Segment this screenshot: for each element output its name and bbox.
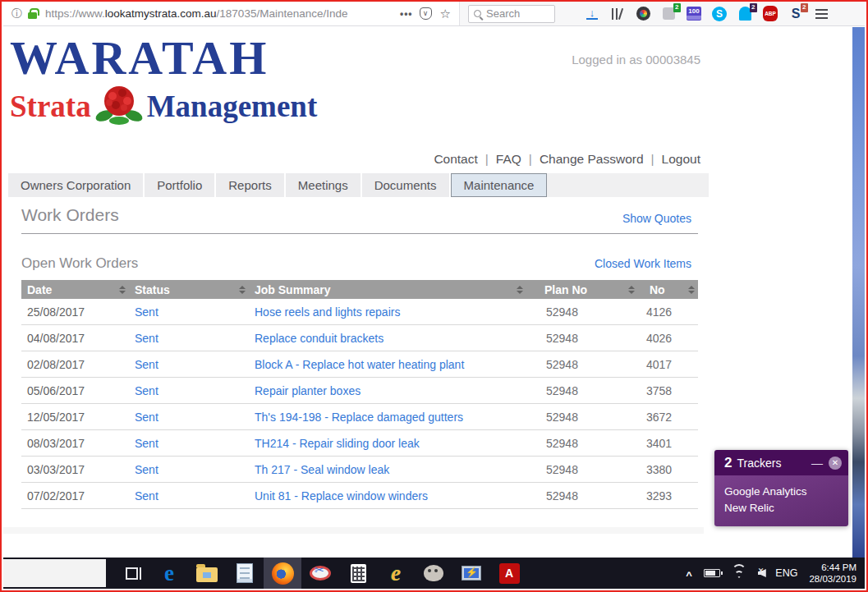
file-explorer-icon[interactable] bbox=[188, 558, 226, 589]
tracker-count: 2 bbox=[724, 455, 732, 471]
cell-plan-no: 52948 bbox=[526, 332, 638, 345]
bookmark-star-icon[interactable]: ☆ bbox=[440, 7, 451, 21]
menu-hamburger-icon[interactable] bbox=[814, 7, 829, 21]
cell-status-link[interactable]: Sent bbox=[129, 463, 249, 476]
language-indicator[interactable]: ENG bbox=[775, 567, 797, 579]
edge-taskbar-icon[interactable]: e bbox=[150, 558, 188, 589]
skype-extension-icon[interactable]: S bbox=[712, 7, 727, 21]
taskbar-clock[interactable]: 6:44 PM 28/03/2019 bbox=[809, 562, 857, 585]
table-header-row: DateStatusJob SummaryPlan NoNo bbox=[21, 280, 698, 299]
tab-owners-corporation[interactable]: Owners Corporation bbox=[8, 173, 145, 197]
system-tray: ^ ✕ ENG 6:44 PM 28/03/2019 bbox=[686, 562, 865, 585]
cell-job-summary-link[interactable]: Block A - Replace hot water heating plan… bbox=[249, 358, 526, 371]
nav-contact[interactable]: Contact bbox=[434, 152, 477, 166]
close-icon[interactable]: ✕ bbox=[829, 457, 842, 470]
screenshot-frame: ⓘ https://www.lookatmystrata.com.au/1870… bbox=[0, 0, 868, 592]
url-bar[interactable]: ⓘ https://www.lookatmystrata.com.au/1870… bbox=[3, 2, 460, 25]
page-background-image-strip bbox=[852, 27, 865, 558]
scriptsafe-badge: 2 bbox=[801, 3, 808, 12]
pagespeed-extension-icon[interactable]: 100 bbox=[687, 7, 701, 21]
cell-job-summary-link[interactable]: Th's 194-198 - Replace damaged gutters bbox=[249, 411, 526, 424]
pocket-icon[interactable]: ∨ bbox=[420, 7, 432, 20]
wifi-icon[interactable] bbox=[732, 568, 746, 579]
cell-status-link[interactable]: Sent bbox=[129, 332, 249, 345]
tab-meetings[interactable]: Meetings bbox=[286, 173, 362, 197]
table-row: 12/05/2017 Sent Th's 194-198 - Replace d… bbox=[21, 404, 698, 430]
gimp-icon[interactable] bbox=[415, 558, 452, 589]
cell-job-summary-link[interactable]: Unit 81 - Replace window winders bbox=[249, 489, 526, 503]
search-input[interactable]: Search bbox=[468, 5, 555, 23]
cell-job-summary-link[interactable]: TH214 - Repair sliding door leak bbox=[249, 437, 526, 450]
url-text[interactable]: https://www.lookatmystrata.com.au/187035… bbox=[45, 7, 393, 20]
calculator-icon[interactable] bbox=[339, 558, 377, 589]
sort-icon[interactable] bbox=[628, 286, 635, 294]
cell-status-link[interactable]: Sent bbox=[129, 384, 249, 397]
tab-reports[interactable]: Reports bbox=[216, 173, 286, 197]
cell-job-summary-link[interactable]: Th 217 - Seal window leak bbox=[249, 463, 526, 476]
scriptsafe-extension-icon[interactable]: S2 bbox=[788, 7, 803, 21]
column-header-plan-no[interactable]: Plan No bbox=[526, 280, 638, 299]
battery-icon[interactable] bbox=[704, 569, 720, 577]
cell-job-summary-link[interactable]: Replace conduit brackets bbox=[249, 332, 526, 345]
cell-status-link[interactable]: Sent bbox=[129, 489, 249, 503]
cell-job-summary-link[interactable]: Repair planter boxes bbox=[249, 384, 526, 397]
sort-icon[interactable] bbox=[517, 286, 523, 294]
volume-muted-icon[interactable]: ✕ bbox=[758, 569, 765, 577]
cell-plan-no: 52948 bbox=[526, 463, 638, 476]
sort-icon[interactable] bbox=[239, 286, 246, 294]
column-header-status[interactable]: Status bbox=[129, 280, 249, 299]
snipping-tool-icon[interactable] bbox=[301, 558, 339, 589]
page-info-icon[interactable]: ⓘ bbox=[11, 7, 22, 21]
ghostery-extension-icon[interactable]: 2 bbox=[737, 7, 752, 21]
firefox-taskbar-icon[interactable] bbox=[264, 558, 301, 589]
cell-job-summary-link[interactable]: Hose reels and lights repairs bbox=[249, 305, 526, 319]
column-header-date[interactable]: Date bbox=[21, 280, 129, 299]
acrobat-reader-icon[interactable]: A bbox=[490, 558, 528, 589]
cell-status-link[interactable]: Sent bbox=[129, 411, 249, 424]
pin-extension-icon[interactable]: 2 bbox=[661, 7, 676, 21]
notepad-icon[interactable] bbox=[226, 558, 264, 589]
tracker-item-google-analytics[interactable]: Google Analytics bbox=[724, 484, 838, 500]
colorpicker-extension-icon[interactable] bbox=[636, 7, 650, 21]
cell-status-link[interactable]: Sent bbox=[129, 437, 249, 450]
table-row: 02/08/2017 Sent Block A - Replace hot wa… bbox=[21, 351, 698, 378]
cell-date: 25/08/2017 bbox=[21, 305, 129, 319]
page-title: Work Orders bbox=[21, 205, 119, 225]
tab-documents[interactable]: Documents bbox=[362, 173, 451, 197]
tray-expand-icon[interactable]: ^ bbox=[686, 569, 692, 581]
logo-strata-text: Strata bbox=[10, 89, 91, 124]
sort-icon[interactable] bbox=[688, 286, 695, 294]
ghostery-badge: 2 bbox=[750, 3, 757, 12]
closed-work-items-link[interactable]: Closed Work Items bbox=[595, 257, 691, 270]
pin-badge: 2 bbox=[673, 3, 681, 12]
nav-logout[interactable]: Logout bbox=[662, 152, 700, 166]
library-icon[interactable] bbox=[610, 7, 625, 21]
tab-portfolio[interactable]: Portfolio bbox=[145, 173, 216, 197]
task-view-button[interactable] bbox=[113, 558, 150, 589]
cell-no: 3293 bbox=[638, 489, 698, 503]
adblock-plus-icon[interactable]: ABP bbox=[763, 7, 778, 21]
nav-faq[interactable]: FAQ bbox=[496, 152, 521, 166]
tab-maintenance[interactable]: Maintenance bbox=[451, 173, 548, 197]
minimize-icon[interactable]: — bbox=[806, 457, 829, 470]
internet-explorer-icon[interactable]: e bbox=[377, 558, 415, 589]
url-path: /187035/Maintenance/Inde bbox=[217, 7, 348, 20]
cell-status-link[interactable]: Sent bbox=[129, 358, 249, 371]
sort-icon[interactable] bbox=[119, 286, 126, 294]
show-quotes-link[interactable]: Show Quotes bbox=[622, 212, 691, 225]
cell-date: 12/05/2017 bbox=[21, 411, 129, 424]
nav-change-password[interactable]: Change Password bbox=[540, 152, 644, 166]
column-header-job-summary[interactable]: Job Summary bbox=[249, 280, 526, 299]
column-header-no[interactable]: No bbox=[638, 280, 698, 299]
page-actions-icon[interactable]: ••• bbox=[400, 8, 413, 20]
cell-status-link[interactable]: Sent bbox=[129, 305, 249, 319]
cell-date: 08/03/2017 bbox=[21, 437, 129, 450]
clock-time: 6:44 PM bbox=[809, 562, 857, 573]
browser-toolbar: ⓘ https://www.lookatmystrata.com.au/1870… bbox=[3, 2, 865, 26]
taskbar-search-box[interactable] bbox=[3, 559, 106, 587]
tracker-item-new-relic[interactable]: New Relic bbox=[724, 500, 838, 516]
https-lock-icon[interactable] bbox=[28, 12, 37, 19]
cell-plan-no: 52948 bbox=[526, 411, 638, 424]
downloads-icon[interactable]: ↓ bbox=[585, 7, 599, 21]
remote-desktop-icon[interactable] bbox=[452, 558, 490, 589]
